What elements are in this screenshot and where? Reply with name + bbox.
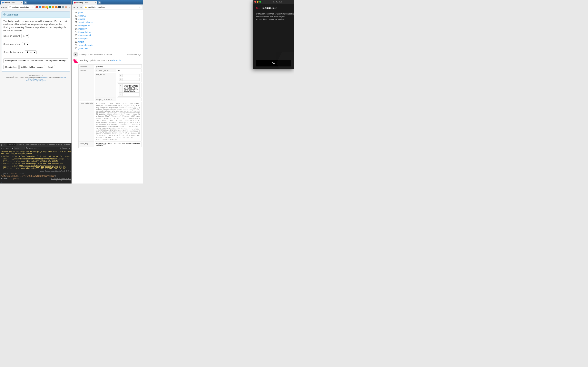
witness-item: 22.smooth.witness bbox=[74, 21, 141, 24]
eye-icon[interactable]: ◉ bbox=[12, 147, 13, 149]
window-zoom-icon[interactable] bbox=[259, 1, 261, 3]
console-output[interactable]: fnkodbefgpgknn/sourcemaps/contentscript.… bbox=[0, 150, 71, 181]
select-account[interactable]: 1 bbox=[21, 34, 29, 38]
console-filter-input[interactable] bbox=[14, 147, 25, 150]
ext-icon-color[interactable] bbox=[42, 6, 44, 8]
author-link[interactable]: @quochuy bbox=[40, 76, 48, 78]
console-settings-icon[interactable]: ⚙ bbox=[69, 147, 70, 149]
witness-link[interactable]: timcliff bbox=[78, 40, 84, 44]
form-row-keyset: Select a set of key: 1 bbox=[3, 42, 68, 48]
tab-title: Hivean Tools bbox=[4, 2, 18, 4]
add-key-button[interactable]: Add key to Hive account bbox=[19, 65, 45, 69]
reset-button[interactable]: Reset bbox=[46, 65, 55, 69]
pubkey-input[interactable] bbox=[3, 58, 68, 63]
devtools-filter-bar: ▸ ⊘ top▾ ◉ Default levels ▾ 1 hidden ⚙ bbox=[0, 147, 71, 150]
ext-icon-grey[interactable] bbox=[62, 6, 64, 8]
witness-number: 27. bbox=[74, 37, 78, 40]
svg-point-0 bbox=[256, 7, 258, 9]
console-sidebar-icon[interactable]: ▸ bbox=[1, 147, 2, 149]
console-prompt[interactable]: › bbox=[0, 181, 71, 184]
new-tab-button[interactable]: + bbox=[98, 1, 101, 4]
devtools-tab-network[interactable]: Network bbox=[17, 144, 24, 146]
bookmark-icon[interactable]: ☆ bbox=[32, 6, 33, 8]
devtools-tab-audits[interactable]: Audits bbox=[64, 144, 70, 146]
ext-icon-bulb[interactable]: 4 bbox=[45, 6, 48, 8]
feed-user[interactable]: quochuy bbox=[79, 53, 86, 56]
devtools-tab-memory[interactable]: Memory bbox=[56, 144, 62, 146]
ext-icon-yellow[interactable] bbox=[52, 6, 54, 8]
bookmark-icon[interactable]: ☆ bbox=[139, 6, 140, 8]
window-close-icon[interactable] bbox=[254, 1, 256, 3]
feed-item-update-account: quochuy update account data (show de bbox=[72, 58, 143, 64]
witness-link[interactable]: yabapmatt bbox=[78, 47, 88, 50]
inspect-icon[interactable]: ◨ bbox=[1, 144, 2, 146]
devtools-tab-application[interactable]: Application bbox=[26, 144, 37, 146]
devtools-tab-sources[interactable]: Sources bbox=[38, 144, 45, 146]
op-sublabel: key_auths bbox=[95, 73, 117, 98]
reload-icon[interactable]: ⟳ bbox=[5, 6, 7, 9]
menu-icon[interactable]: ⋮ bbox=[68, 6, 71, 9]
close-icon[interactable]: × bbox=[95, 2, 96, 4]
back-icon[interactable]: ◀ bbox=[73, 6, 76, 9]
ext-icon-metamask[interactable] bbox=[55, 6, 58, 8]
feed-item-producer-reward: ❋ quochuy producer reward: 1.201 HP · 6 … bbox=[72, 51, 143, 58]
console-log: account ▸ ["quochuy"]0.chunk.js?v=0.2.9:… bbox=[1, 177, 71, 180]
browser-tab[interactable]: Hivean Tools ♪ × bbox=[1, 1, 23, 4]
ext-icon-lastpass[interactable] bbox=[35, 6, 38, 8]
witness-link[interactable]: pfunk bbox=[78, 11, 83, 14]
ext-icon-dark[interactable] bbox=[58, 6, 61, 8]
forward-icon[interactable]: ▶ bbox=[76, 6, 79, 9]
witness-link[interactable]: smooth.witness bbox=[78, 21, 93, 24]
witness-item: 27.threespeak bbox=[74, 37, 141, 40]
back-icon[interactable]: ◀ bbox=[1, 6, 2, 9]
feed-time: · 6 minutes ago bbox=[127, 53, 141, 56]
url-input[interactable]: ⓘ localhost:8080/ledger... ☆ bbox=[8, 5, 35, 9]
browser-tab[interactable]: quochuy | Hive × bbox=[73, 1, 97, 4]
feed-user[interactable]: quochuy bbox=[79, 59, 88, 62]
extension-icons: 4 ⋮ bbox=[35, 6, 71, 9]
devtools-tab-elements[interactable]: Elements bbox=[47, 144, 55, 146]
tab-audio-icon[interactable]: ♪ bbox=[19, 2, 20, 4]
witness-link[interactable]: quochuy bbox=[78, 14, 86, 17]
device-icon[interactable]: ▭ bbox=[4, 144, 5, 146]
feed-action: producer reward: 1.201 HP bbox=[88, 53, 112, 56]
nested-cell: 0.STM7HkNH5jx2jzJHRCq1imStNCGGRbuLF8E4sb… bbox=[117, 83, 141, 98]
new-tab-button[interactable]: + bbox=[24, 1, 27, 4]
window-minimize-icon[interactable] bbox=[257, 1, 259, 3]
witness-link[interactable]: qurator bbox=[78, 17, 85, 21]
footer-copyright: Copyright © 2020 Hivean Tools. Developpe… bbox=[2, 76, 69, 80]
op-label: json_metadata bbox=[79, 102, 94, 142]
op-value: {"profile":{"cover_image":"https://cdn.s… bbox=[95, 102, 141, 142]
select-keyset[interactable]: 1 bbox=[22, 42, 29, 46]
reload-icon[interactable]: ⟳ bbox=[80, 6, 82, 9]
footer-connected: Connected to https://anyx.io bbox=[2, 80, 69, 82]
clear-console-icon[interactable]: ⊘ bbox=[3, 147, 4, 149]
witness-link[interactable]: themarkymark bbox=[78, 34, 91, 37]
forward-icon[interactable]: ▶ bbox=[3, 6, 5, 9]
ext-icon-green[interactable] bbox=[49, 6, 51, 8]
witness-number: 22. bbox=[74, 21, 78, 24]
table-row: account quochuy bbox=[79, 65, 141, 68]
witness-link[interactable]: someguy123 bbox=[78, 24, 90, 27]
url-input[interactable]: 🔒 hiveblocks.com/@qu... ☆ bbox=[83, 5, 142, 9]
ext-icon-key[interactable] bbox=[39, 6, 41, 8]
tab-bar: quochuy | Hive × + bbox=[72, 0, 143, 4]
witness-link[interactable]: thecryptodrive bbox=[78, 31, 91, 34]
profile-avatar-icon[interactable] bbox=[65, 6, 67, 8]
select-keytype[interactable]: Active bbox=[25, 50, 36, 54]
form-row-account: Select an account: 1 bbox=[3, 34, 68, 40]
retrieve-key-button[interactable]: Retreive key bbox=[3, 65, 18, 69]
witness-number: 30. bbox=[74, 47, 78, 50]
witness-link[interactable]: stoodkev bbox=[78, 27, 86, 31]
devtools-tab-console[interactable]: Console bbox=[7, 143, 16, 146]
witness-link[interactable]: veteranforcrypto bbox=[78, 44, 93, 47]
witness-link[interactable]: threespeak bbox=[78, 37, 88, 40]
close-icon[interactable]: × bbox=[21, 2, 22, 4]
op-sublabel: account_auths bbox=[95, 69, 117, 72]
keychain-logo-icon bbox=[256, 6, 260, 10]
context-selector[interactable]: top bbox=[6, 147, 9, 149]
show-details-link[interactable]: (show de bbox=[112, 59, 121, 62]
witness-list: 19.pfunk20.quochuy21.qurator22.smooth.wi… bbox=[72, 10, 143, 51]
log-levels-selector[interactable]: Default levels ▾ bbox=[26, 147, 42, 149]
page-content-left: ⓘ Ledger test Your Ledger wallet can sto… bbox=[0, 10, 71, 143]
